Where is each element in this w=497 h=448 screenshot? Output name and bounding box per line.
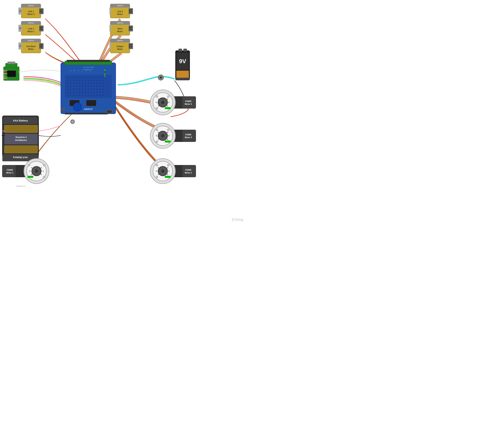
svg-point-79 [67,77,68,78]
svg-point-23 [19,27,22,30]
svg-point-289 [156,96,158,97]
svg-point-137 [85,89,86,90]
svg-point-128 [97,86,97,87]
svg-rect-176 [104,76,106,77]
svg-point-102 [97,80,97,81]
svg-text:FS90R: FS90R [185,169,191,171]
svg-point-271 [167,129,169,131]
svg-rect-205 [175,78,190,80]
svg-rect-192 [3,72,7,72]
svg-rect-191 [3,70,7,71]
svg-rect-43 [129,11,130,13]
svg-point-101 [94,80,94,81]
svg-rect-29 [39,43,44,49]
svg-point-100 [91,80,92,81]
svg-text:Link 1: Link 1 [28,10,34,13]
svg-point-122 [79,86,80,87]
svg-rect-193 [3,73,7,74]
svg-point-149 [82,92,83,93]
svg-point-121 [76,86,77,87]
svg-point-293 [158,98,159,100]
svg-rect-204 [176,71,189,79]
svg-point-235 [43,176,45,178]
svg-rect-178 [65,113,108,114]
svg-point-239 [41,174,42,175]
svg-point-291 [156,107,158,109]
svg-point-75 [82,70,83,71]
svg-point-241 [43,171,44,172]
svg-point-97 [82,80,83,81]
svg-point-105 [67,83,68,84]
svg-point-269 [161,134,164,137]
svg-point-87 [91,77,92,78]
svg-point-139 [91,89,92,90]
svg-point-119 [70,86,71,87]
svg-point-85 [85,77,86,78]
svg-point-275 [167,132,168,133]
svg-point-94 [73,80,74,81]
svg-point-114 [94,83,94,84]
svg-point-151 [88,92,89,93]
svg-point-92 [67,80,68,81]
svg-point-255 [158,167,159,168]
svg-point-126 [91,86,92,87]
svg-text:Motor 4: Motor 4 [185,103,192,105]
svg-point-250 [161,170,164,173]
svg-rect-195 [3,77,7,77]
svg-point-231 [35,170,38,173]
svg-point-260 [168,171,170,172]
svg-text:SERVO: SERVO [117,40,123,42]
svg-point-296 [167,105,168,107]
svg-point-153 [94,92,94,93]
svg-rect-173 [104,70,106,71]
svg-point-131 [67,89,68,90]
svg-text:SERVO: SERVO [28,5,34,7]
svg-point-113 [91,83,92,84]
svg-rect-217 [4,146,38,153]
svg-rect-41 [129,8,133,14]
svg-point-133 [73,89,74,90]
svg-point-103 [100,80,100,81]
svg-rect-261 [165,176,171,178]
svg-point-165 [91,95,92,96]
svg-point-96 [79,80,80,81]
svg-point-74 [78,70,79,71]
svg-point-259 [156,171,157,172]
svg-text:Motor 2: Motor 2 [28,13,35,15]
svg-point-236 [31,167,32,168]
svg-text:Motor: Motor [117,31,123,32]
svg-rect-174 [104,72,106,73]
svg-point-258 [167,174,168,175]
fs90r-motor3: FS90R Motor 3 [150,123,196,148]
svg-rect-67 [131,46,132,48]
svg-point-35 [19,45,22,47]
svg-point-157 [67,95,68,96]
svg-rect-225 [2,165,16,177]
svg-point-185 [71,120,74,123]
svg-point-129 [100,86,100,87]
svg-point-253 [156,176,158,178]
svg-text:9V: 9V [179,58,186,64]
svg-point-277 [167,139,168,140]
svg-text:Motor: Motor [117,13,123,15]
svg-point-138 [88,89,89,90]
svg-text:SERVO: SERVO [117,5,123,7]
svg-rect-53 [129,27,130,28]
svg-rect-244 [182,165,196,177]
fs90r-motor4: FS90R Motor 4 [150,90,196,115]
svg-text:FS90R: FS90R [7,169,13,171]
svg-rect-175 [104,74,106,75]
svg-point-169 [103,95,103,96]
svg-point-11 [19,10,22,12]
svg-rect-280 [165,141,171,143]
svg-rect-9 [41,11,42,13]
svg-point-270 [156,129,158,131]
svg-text:SERVO: SERVO [28,22,34,24]
svg-rect-19 [40,29,41,30]
servo-link1-motor1: SERVO Link 1 Motor 1 [18,21,44,35]
svg-point-278 [156,135,157,136]
svg-point-168 [100,95,100,96]
battery-9v: 9V [175,49,190,80]
svg-point-150 [85,92,86,93]
fritzing-watermark: fritzing [232,217,243,222]
